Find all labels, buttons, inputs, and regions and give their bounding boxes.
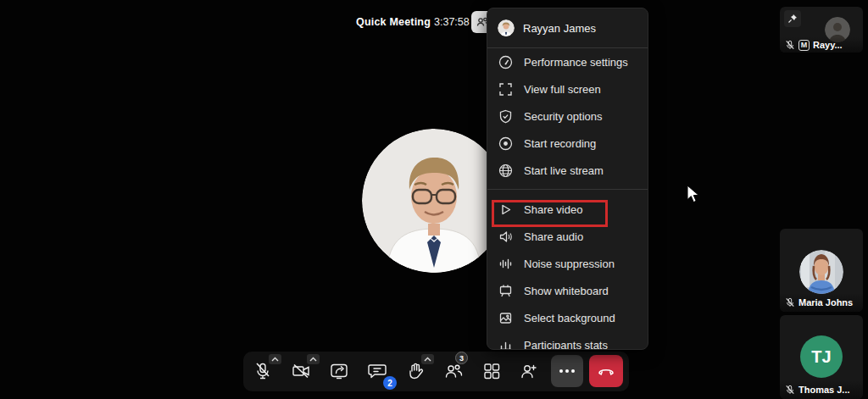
- share-screen-button[interactable]: [323, 355, 355, 387]
- moderator-badge: M: [798, 40, 810, 51]
- self-thumbnail-namebar: M Rayy...: [780, 37, 863, 53]
- menu-header-profile[interactable]: Rayyan James: [487, 8, 648, 47]
- meeting-title: Quick Meeting: [356, 16, 431, 28]
- participants-count-badge: 3: [455, 352, 468, 364]
- noise-suppression-icon: [498, 256, 513, 271]
- menu-item-security-options[interactable]: Security options: [487, 103, 648, 130]
- record-icon: [498, 136, 513, 151]
- share-screen-icon: [329, 362, 349, 380]
- menu-item-show-whiteboard[interactable]: Show whiteboard: [487, 277, 648, 304]
- live-stream-globe-icon: [498, 163, 513, 178]
- participant-tile-maria[interactable]: Maria Johns: [780, 229, 863, 312]
- menu-item-label: Security options: [524, 110, 603, 123]
- menu-item-share-audio[interactable]: Share audio: [487, 223, 648, 250]
- pin-icon: [787, 14, 798, 24]
- participant-tile-thomas[interactable]: TJ Thomas J...: [780, 315, 863, 399]
- tile-view-icon: [482, 362, 501, 380]
- mic-muted-icon: [785, 40, 795, 50]
- tile-view-button[interactable]: [476, 355, 508, 387]
- menu-item-start-live-stream[interactable]: Start live stream: [487, 157, 648, 184]
- mic-muted-icon: [785, 297, 795, 308]
- participants-stats-icon: [498, 337, 513, 350]
- menu-divider: [487, 189, 648, 190]
- menu-item-participants-stats[interactable]: Participants stats: [487, 331, 648, 350]
- more-options-button[interactable]: [551, 355, 583, 387]
- camera-off-icon: [291, 362, 311, 380]
- maria-avatar: [799, 250, 843, 294]
- menu-item-label: Start recording: [524, 137, 596, 150]
- hangup-button[interactable]: [589, 355, 623, 387]
- menu-item-performance-settings[interactable]: Performance settings: [487, 48, 648, 75]
- whiteboard-icon: [498, 283, 513, 298]
- thomas-initials-avatar: TJ: [800, 335, 843, 378]
- more-options-icon: [559, 369, 576, 374]
- menu-item-label: View full screen: [524, 83, 601, 96]
- menu-item-noise-suppression[interactable]: Noise suppression: [487, 250, 648, 277]
- chat-unread-badge: 2: [383, 376, 397, 390]
- participants-icon: [443, 362, 464, 380]
- self-video-thumbnail[interactable]: M Rayy...: [780, 7, 863, 53]
- microphone-muted-icon: [253, 362, 272, 380]
- menu-item-label: Select background: [524, 312, 615, 324]
- meeting-timer: 3:37:58: [434, 16, 470, 28]
- menu-item-label: Performance settings: [524, 56, 628, 69]
- thomas-namebar: Thomas J...: [780, 380, 863, 399]
- security-shield-icon: [498, 108, 513, 124]
- menu-item-label: Noise suppression: [524, 258, 615, 270]
- active-speaker-avatar: [362, 129, 506, 273]
- select-background-icon: [498, 310, 513, 325]
- profile-avatar: [498, 19, 515, 36]
- invite-people-button[interactable]: [513, 355, 545, 387]
- camera-options-chevron[interactable]: [307, 354, 320, 364]
- menu-item-label: Start live stream: [524, 164, 604, 177]
- more-actions-context-menu: Rayyan James Performance settings View f…: [487, 8, 648, 350]
- menu-item-view-full-screen[interactable]: View full screen: [487, 75, 648, 103]
- menu-header-name: Rayyan James: [523, 22, 596, 35]
- pin-button[interactable]: [784, 10, 801, 27]
- invite-person-icon: [519, 362, 539, 380]
- menu-item-select-background[interactable]: Select background: [487, 304, 648, 331]
- menu-item-label: Share audio: [524, 230, 583, 243]
- raise-hand-icon: [406, 362, 425, 380]
- fullscreen-icon: [498, 81, 513, 97]
- participant-name: Rayy...: [813, 40, 843, 50]
- menu-item-label: Show whiteboard: [524, 285, 609, 297]
- microphone-options-chevron[interactable]: [269, 354, 281, 364]
- menu-item-start-recording[interactable]: Start recording: [487, 130, 648, 157]
- raise-hand-options-chevron[interactable]: [421, 354, 434, 364]
- menu-item-share-video[interactable]: Share video: [487, 196, 648, 223]
- mic-muted-icon: [785, 385, 795, 395]
- participant-name: Maria Johns: [798, 297, 853, 308]
- hangup-phone-icon: [596, 365, 616, 377]
- menu-item-label: Participants stats: [524, 339, 608, 351]
- share-audio-speaker-icon: [498, 229, 513, 244]
- menu-item-label: Share video: [524, 203, 582, 216]
- share-video-play-icon: [498, 202, 513, 217]
- mouse-cursor: [687, 185, 701, 204]
- performance-settings-icon: [498, 54, 513, 69]
- participant-name: Thomas J...: [798, 385, 850, 395]
- maria-namebar: Maria Johns: [780, 293, 863, 312]
